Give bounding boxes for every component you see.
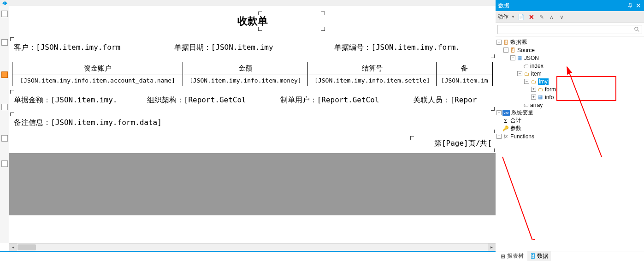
panel-title: 数据 (498, 2, 509, 10)
org-value: [Report.GetCol (184, 95, 246, 104)
tab-label: 数据 (537, 252, 548, 260)
customer-label: 客户： (14, 43, 36, 52)
folder-icon: 🗀 (523, 71, 530, 77)
chevron-down-icon[interactable]: ▼ (511, 15, 515, 19)
tree-toggle[interactable]: + (531, 95, 536, 100)
data-source-tree[interactable]: −🗄数据源 −🗄Source −▦JSON 🏷index −🗀item −🗀im… (496, 36, 644, 251)
report-designer-canvas-area: 1234567891011121314151617 收款单 (0, 0, 496, 251)
amount-label: 单据金额： (14, 95, 51, 104)
footer-fields-row-1[interactable]: 单据金额：[JSON.item.imy. 组织架构：[Report.GetCol… (9, 89, 496, 112)
linked-label: 关联人员： (413, 95, 450, 104)
table-header: 备 (437, 62, 493, 75)
function-icon: fx (502, 133, 509, 140)
pin-icon[interactable] (627, 3, 633, 8)
remark-label: 备注信息： (14, 118, 51, 127)
table-icon: ▦ (516, 55, 523, 61)
maker-label: 制单用户： (280, 95, 317, 104)
remark-value: [JSON.item.imy.form.data] (51, 118, 162, 127)
tab-data[interactable]: 🗄 数据 (527, 251, 551, 261)
docno-value: [JSON.item.imy.form. (371, 43, 460, 52)
data-panel: 数据 ✕ 动作 ▼ 📄 ✕ ✎ ∧ ∨ −🗄数据源 −🗄Source −▦JSO… (496, 0, 644, 261)
tree-label[interactable]: 合计 (510, 117, 521, 125)
toolbar-actions-label[interactable]: 动作 (497, 13, 508, 21)
report-title-text: 收款单 (237, 15, 268, 27)
tree-label[interactable]: index (530, 63, 544, 69)
panel-bottom-tabs: ⊞ 报表树 🗄 数据 (496, 251, 644, 261)
band-marker[interactable] (1, 160, 8, 167)
close-icon[interactable]: ✕ (636, 2, 641, 9)
vertical-ruler (0, 6, 9, 243)
move-down-icon[interactable]: ∨ (558, 13, 566, 21)
tree-label[interactable]: array (530, 102, 543, 108)
report-page[interactable]: 收款单 客户：[JSON.item.imy.form 单据日期：[JSON.it… (9, 6, 496, 215)
customer-value: [JSON.item.imy.form (36, 43, 120, 52)
delete-icon[interactable]: ✕ (528, 13, 535, 21)
folder-icon: 🗀 (537, 86, 544, 93)
tree-label[interactable]: form (545, 86, 556, 93)
org-label: 组织架构： (147, 95, 184, 104)
tree-toggle[interactable]: − (524, 79, 529, 84)
horizontal-scrollbar[interactable]: ◄ ► (9, 243, 496, 251)
footer-fields-row-2[interactable]: 备注信息：[JSON.item.imy.form.data] (9, 112, 496, 134)
band-marker[interactable] (1, 39, 8, 46)
band-marker-active[interactable] (1, 71, 8, 78)
tree-label[interactable]: info (545, 94, 554, 101)
tree-toggle[interactable]: − (517, 71, 522, 76)
folder-icon: 🗀 (530, 78, 537, 85)
header-fields-row[interactable]: 客户：[JSON.item.imy.form 单据日期：[JSON.item.i… (9, 36, 496, 59)
tree-toggle[interactable]: − (496, 40, 502, 45)
table-icon: ▦ (537, 94, 544, 101)
tree-toggle[interactable]: + (496, 134, 502, 139)
tree-toggle[interactable]: + (531, 87, 536, 92)
tree-label-selected[interactable]: imy (538, 78, 549, 85)
panel-header[interactable]: 数据 ✕ (496, 0, 644, 11)
tree-toggle[interactable]: − (503, 47, 508, 53)
designer-topbar: 1234567891011121314151617 (0, 0, 496, 6)
variable-icon: var (502, 110, 510, 116)
tree-label[interactable]: item (531, 71, 542, 77)
move-up-icon[interactable]: ∧ (548, 13, 555, 21)
page-footer-band[interactable]: 第[Page]页/共[ (9, 134, 496, 153)
scroll-right-button[interactable]: ► (488, 243, 496, 251)
new-item-icon[interactable]: 📄 (518, 13, 525, 21)
table-header: 金额 (183, 62, 308, 75)
date-value: [JSON.item.imy (211, 43, 273, 52)
search-row (496, 23, 644, 36)
search-input[interactable] (497, 25, 642, 34)
tree-label[interactable]: 参数 (510, 125, 521, 132)
database-icon: 🗄 (502, 39, 509, 46)
page-end-area (9, 153, 496, 215)
tree-label[interactable]: Functions (510, 133, 534, 140)
band-marker[interactable] (1, 104, 8, 110)
field-icon: 🏷 (522, 63, 529, 69)
report-data-table[interactable]: 资金账户 金额 结算号 备 [JSON.item.imy.info.item.a… (12, 62, 493, 86)
database-icon: 🗄 (509, 47, 516, 53)
tree-label[interactable]: 系统变量 (511, 109, 533, 117)
table-header: 结算号 (308, 62, 437, 75)
band-marker[interactable] (1, 135, 8, 142)
tree-label[interactable]: 数据源 (510, 38, 527, 46)
tree-label[interactable]: Source (517, 47, 535, 53)
scroll-left-button[interactable]: ◄ (9, 243, 17, 251)
band-marker[interactable] (1, 11, 8, 17)
edit-icon[interactable]: ✎ (538, 13, 545, 21)
tree-icon: ⊞ (500, 254, 506, 259)
tree-toggle[interactable]: − (510, 55, 515, 60)
date-label: 单据日期： (174, 43, 211, 52)
key-icon: 🔑 (502, 125, 509, 132)
canvas-scroll-area[interactable]: 收款单 客户：[JSON.item.imy.form 单据日期：[JSON.it… (9, 6, 496, 243)
amount-value: [JSON.item.imy. (51, 95, 118, 104)
linked-value: [Repor (450, 95, 477, 104)
table-cell: [JSON.item.imy.info.item.money] (183, 75, 308, 86)
table-cell: [JSON.item.imy.info.item.account_data.na… (12, 75, 183, 86)
expand-collapse-icon[interactable] (0, 0, 9, 6)
tree-label[interactable]: JSON (524, 55, 539, 61)
tree-toggle[interactable]: + (496, 110, 502, 115)
pager-text: 第[Page]页/共[ (434, 139, 492, 148)
docno-label: 单据编号： (334, 43, 371, 52)
scroll-thumb[interactable] (18, 244, 36, 250)
tab-report-tree[interactable]: ⊞ 报表树 (497, 251, 526, 261)
sigma-icon: Σ (502, 118, 509, 124)
report-title-band[interactable]: 收款单 (9, 6, 496, 36)
bottom-strip (0, 251, 496, 261)
